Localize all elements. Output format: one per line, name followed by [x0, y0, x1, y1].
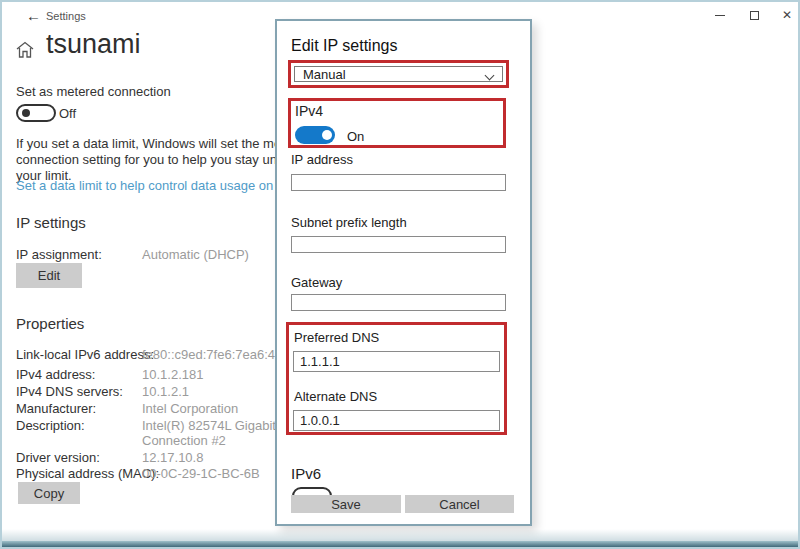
property-label: Manufacturer: — [16, 401, 96, 416]
ip-assignment-value: Automatic (DHCP) — [142, 247, 249, 262]
ipv4-toggle[interactable] — [295, 126, 335, 144]
property-value: 10.1.2.181 — [142, 367, 203, 382]
page-title: tsunami — [46, 29, 141, 60]
ip-assignment-dropdown[interactable]: Manual — [294, 66, 503, 82]
property-label: IPv4 address: — [16, 367, 96, 382]
property-value: 00-0C-29-1C-BC-6B — [142, 466, 260, 481]
window-bottom-border — [2, 541, 798, 547]
ip-settings-heading: IP settings — [16, 214, 86, 231]
ip-address-input[interactable] — [291, 174, 506, 191]
close-button[interactable]: ✕ — [772, 6, 800, 24]
preferred-dns-input[interactable] — [293, 351, 500, 372]
ipv4-label: IPv4 — [295, 103, 323, 119]
dropdown-selected-value: Manual — [303, 67, 346, 82]
highlight-box-dns: Preferred DNS Alternate DNS — [286, 322, 507, 435]
metered-connection-label: Set as metered connection — [16, 84, 171, 99]
toggle-knob — [22, 109, 30, 117]
properties-heading: Properties — [16, 315, 84, 332]
alternate-dns-label: Alternate DNS — [294, 389, 377, 404]
preferred-dns-label: Preferred DNS — [294, 330, 379, 345]
save-button[interactable]: Save — [291, 495, 401, 513]
chevron-down-icon — [485, 71, 495, 81]
subnet-prefix-label: Subnet prefix length — [291, 215, 407, 230]
edit-ip-settings-dialog: Edit IP settings Manual IPv4 On IP addre… — [275, 19, 532, 526]
ipv6-label: IPv6 — [291, 465, 321, 482]
property-value: Intel Corporation — [142, 401, 238, 416]
property-label: Driver version: — [16, 450, 100, 465]
dialog-title: Edit IP settings — [291, 37, 397, 55]
metered-toggle[interactable] — [16, 104, 56, 122]
property-label: Physical address (MAC): — [16, 466, 159, 481]
alternate-dns-input[interactable] — [293, 410, 500, 431]
edit-button[interactable]: Edit — [16, 263, 82, 288]
property-label: IPv4 DNS servers: — [16, 384, 123, 399]
app-title: Settings — [46, 10, 86, 22]
cancel-button[interactable]: Cancel — [405, 495, 514, 513]
property-label: Description: — [16, 418, 85, 433]
ip-address-label: IP address — [291, 152, 353, 167]
back-icon[interactable]: ← — [26, 7, 41, 24]
gateway-label: Gateway — [291, 275, 342, 290]
subnet-prefix-input[interactable] — [291, 236, 506, 253]
window-bottom-fade — [2, 529, 798, 541]
copy-button[interactable]: Copy — [18, 482, 80, 504]
maximize-button[interactable] — [739, 6, 769, 24]
metered-state-label: Off — [59, 106, 76, 121]
gateway-input[interactable] — [291, 294, 506, 311]
property-value: 12.17.10.8 — [142, 450, 203, 465]
maximize-icon — [750, 11, 759, 20]
property-label: Link-local IPv6 address: — [16, 347, 154, 362]
settings-window: { "colors": { "accent": "#1479ca", "high… — [0, 0, 800, 549]
highlight-box-ipv4: IPv4 On — [288, 98, 506, 148]
home-icon — [15, 40, 35, 64]
minimize-button[interactable] — [705, 6, 735, 24]
toggle-knob — [322, 130, 332, 140]
property-value: 10.1.2.1 — [142, 384, 189, 399]
minimize-icon — [715, 15, 725, 16]
ip-assignment-label: IP assignment: — [16, 247, 102, 262]
ipv4-state-label: On — [347, 129, 364, 144]
highlight-box-ip-mode: Manual — [288, 60, 509, 88]
